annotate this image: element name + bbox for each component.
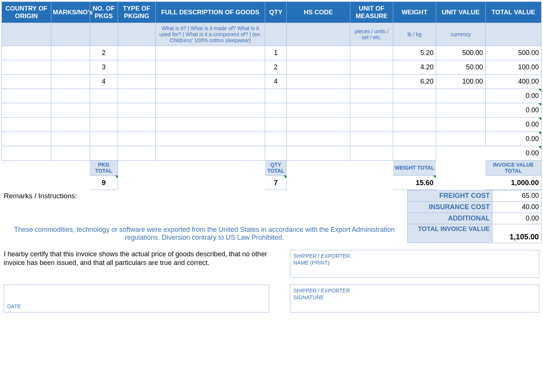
- cell-tv[interactable]: 0.00: [485, 146, 541, 161]
- table-row: 0.00: [2, 118, 541, 132]
- insurance-cost[interactable]: 40.00: [492, 202, 541, 213]
- export-compliance-note: These commodities, technology or softwar…: [2, 224, 408, 243]
- signature-label: SIGNATURE: [293, 294, 536, 301]
- freight-cost[interactable]: 65.00: [492, 190, 541, 202]
- shipper-label: SHIPPER / EXPORTER: [293, 253, 536, 259]
- hint-desc: What is it? | What is it made of? What i…: [155, 23, 265, 46]
- certification-text: I hearby certify that this invoice shows…: [2, 248, 272, 279]
- weight-total: 15.60: [393, 176, 436, 190]
- header-row: COUNTRY OF ORIGIN MARKS/NO's NO. OF PKGS…: [2, 2, 541, 23]
- qty-total: 7: [265, 176, 287, 190]
- name-print-label: NAME (PRINT): [293, 259, 536, 266]
- cell-pkgs[interactable]: 3: [90, 60, 118, 75]
- hdr-marks: MARKS/NO's: [51, 2, 90, 23]
- hdr-pkgs: NO. OF PKGS: [90, 2, 118, 23]
- table-row: 3 2 4.20 50.00 100.00: [2, 60, 541, 75]
- cell-tv[interactable]: 0.00: [485, 132, 541, 146]
- freight-cost-label: FREIGHT COST: [408, 190, 492, 202]
- hint-weight: lb / kg: [393, 23, 436, 46]
- table-row: 4 4 6.20 100.00 400.00: [2, 75, 541, 89]
- hdr-pkgtype: TYPE OF PKGING: [118, 2, 155, 23]
- table-row: 2 1 5.20 500.00 500.00: [2, 46, 541, 60]
- cell-uv[interactable]: 50.00: [436, 60, 485, 75]
- cell-weight[interactable]: 4.20: [393, 60, 436, 75]
- weight-total-label: WEIGHT TOTAL: [393, 161, 436, 176]
- cell-qty[interactable]: 4: [265, 75, 287, 89]
- cell-tv[interactable]: 0.00: [485, 118, 541, 132]
- shipper-name-box[interactable]: SHIPPER / EXPORTER NAME (PRINT): [290, 250, 539, 278]
- hdr-hs: HS CODE: [287, 2, 350, 23]
- cell-tv[interactable]: 400.00: [485, 75, 541, 89]
- cell-tv[interactable]: 0.00: [485, 89, 541, 103]
- hints-row: What is it? | What is it made of? What i…: [2, 23, 541, 46]
- certification-section: I hearby certify that this invoice shows…: [2, 248, 541, 314]
- shipper-sig-label: SHIPPER / EXPORTER: [293, 287, 536, 294]
- cell-tv[interactable]: 0.00: [485, 103, 541, 118]
- date-box[interactable]: DATE: [4, 285, 269, 312]
- date-label: DATE: [7, 303, 21, 310]
- table-row: 0.00: [2, 103, 541, 118]
- total-invoice-value: 1,105.00: [492, 224, 541, 243]
- hint-uom: pieces / units / set / etc.: [350, 23, 393, 46]
- cell-tv[interactable]: 500.00: [485, 46, 541, 60]
- hdr-tv: TOTAL VALUE: [485, 2, 541, 23]
- cell-qty[interactable]: 2: [265, 60, 287, 75]
- hdr-qty: QTY: [265, 2, 287, 23]
- remarks-label: Remarks / Instructions:: [2, 190, 408, 202]
- additional-cost-label: ADDITIONAL: [408, 213, 492, 224]
- cell-uv[interactable]: 100.00: [436, 75, 485, 89]
- insurance-cost-label: INSURANCE COST: [408, 202, 492, 213]
- line-items-table: COUNTRY OF ORIGIN MARKS/NO's NO. OF PKGS…: [2, 2, 541, 190]
- hdr-uv: UNIT VALUE: [436, 2, 485, 23]
- hdr-country: COUNTRY OF ORIGIN: [2, 2, 51, 23]
- table-row: 0.00: [2, 89, 541, 103]
- pkg-total: 9: [90, 176, 118, 190]
- shipper-signature-box[interactable]: SHIPPER / EXPORTER SIGNATURE: [290, 285, 539, 312]
- additional-cost[interactable]: 0.00: [492, 213, 541, 224]
- pkg-total-label: PKG TOTAL: [90, 161, 118, 176]
- hdr-desc: FULL DESCRIPTION OF GOODS: [155, 2, 265, 23]
- table-row: 0.00: [2, 146, 541, 161]
- qty-total-label: QTY TOTAL: [265, 161, 287, 176]
- remarks-costs-section: Remarks / Instructions: FREIGHT COST 65.…: [2, 190, 541, 243]
- cell-pkgs[interactable]: 4: [90, 75, 118, 89]
- cell-uv[interactable]: 500.00: [436, 46, 485, 60]
- cell-weight[interactable]: 5.20: [393, 46, 436, 60]
- total-invoice-label: TOTAL INVOICE VALUE: [408, 224, 492, 243]
- cell-weight[interactable]: 6.20: [393, 75, 436, 89]
- hint-uv: currency: [436, 23, 485, 46]
- table-row: 0.00: [2, 132, 541, 146]
- cell-tv[interactable]: 100.00: [485, 60, 541, 75]
- invoice-total-label: INVOICE VALUE TOTAL: [485, 161, 541, 176]
- hdr-uom: UNIT OF MEASURE: [350, 2, 393, 23]
- cell-pkgs[interactable]: 2: [90, 46, 118, 60]
- hdr-weight: WEIGHT: [393, 2, 436, 23]
- cell-qty[interactable]: 1: [265, 46, 287, 60]
- invoice-value-total: 1,000.00: [485, 176, 541, 190]
